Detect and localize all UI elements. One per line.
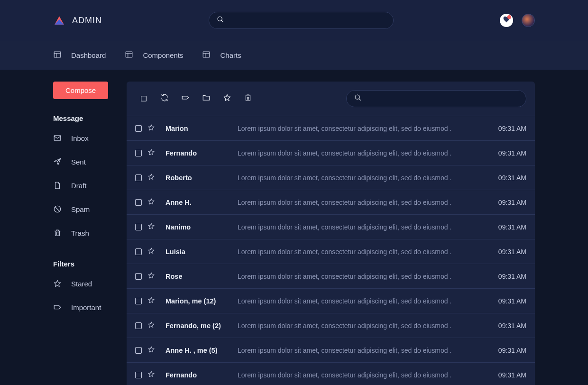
content-area: Compose Message Inbox Sent Draft Spam Tr… (0, 70, 588, 385)
row-preview: Lorem ipsum dolor sit amet, consectetur … (238, 347, 488, 354)
star-icon (147, 370, 155, 380)
panel-icon (53, 50, 62, 60)
brand-name: ADMIN (72, 16, 102, 26)
trash-icon (244, 93, 252, 104)
star-button[interactable] (219, 90, 236, 107)
label-icon (53, 303, 62, 312)
row-star-button[interactable] (147, 346, 155, 355)
star-icon (147, 321, 155, 330)
mail-row[interactable]: MarionLorem ipsum dolor sit amet, consec… (127, 116, 535, 141)
mail-row[interactable]: NanimoLorem ipsum dolor sit amet, consec… (127, 215, 535, 239)
mail-search-input[interactable] (367, 94, 518, 103)
header-search-input[interactable] (229, 16, 386, 25)
sidebar-item-label: Spam (71, 205, 90, 213)
mail-row[interactable]: Marion, me (12)Lorem ipsum dolor sit ame… (127, 289, 535, 313)
nav-item-dashboard[interactable]: Dashboard (53, 50, 106, 60)
folder-button[interactable] (198, 90, 215, 107)
row-time: 09:31 AM (498, 125, 526, 132)
delete-button[interactable] (239, 90, 257, 107)
mail-row[interactable]: Anne H. , me (5)Lorem ipsum dolor sit am… (127, 338, 535, 363)
sidebar-item-spam[interactable]: Spam (53, 197, 127, 221)
row-star-button[interactable] (147, 148, 155, 158)
sidebar-item-inbox[interactable]: Inbox (53, 126, 127, 150)
row-preview: Lorem ipsum dolor sit amet, consectetur … (238, 149, 488, 157)
row-checkbox[interactable] (135, 322, 142, 329)
row-time: 09:31 AM (498, 149, 526, 157)
avatar[interactable] (522, 14, 535, 27)
sidebar-item-label: Important (71, 303, 101, 312)
select-all-checkbox[interactable] (135, 90, 152, 107)
sidebar-item-label: Inbox (71, 134, 89, 142)
row-time: 09:31 AM (498, 223, 526, 231)
mail-row[interactable]: FernandoLorem ipsum dolor sit amet, cons… (127, 363, 535, 385)
notifications-button[interactable] (500, 14, 513, 27)
row-star-button[interactable] (147, 198, 155, 207)
compose-button[interactable]: Compose (53, 82, 108, 99)
row-checkbox[interactable] (135, 273, 142, 280)
row-preview: Lorem ipsum dolor sit amet, consectetur … (238, 322, 488, 330)
row-star-button[interactable] (147, 272, 155, 281)
row-checkbox[interactable] (135, 199, 142, 206)
row-time: 09:31 AM (498, 347, 526, 354)
mail-row[interactable]: RoseLorem ipsum dolor sit amet, consecte… (127, 264, 535, 289)
row-star-button[interactable] (147, 247, 155, 257)
top-header: ADMIN (0, 0, 588, 41)
sidebar-heading-message: Message (53, 114, 127, 122)
row-checkbox[interactable] (135, 174, 142, 181)
sidebar-item-label: Draft (71, 182, 87, 190)
sidebar-message-list: Inbox Sent Draft Spam Trash (53, 126, 127, 245)
sidebar-item-stared[interactable]: Stared (53, 272, 127, 295)
brand-block: ADMIN (53, 14, 102, 27)
sidebar-item-trash[interactable]: Trash (53, 221, 127, 245)
row-star-button[interactable] (147, 222, 155, 232)
row-checkbox[interactable] (135, 125, 142, 132)
row-time: 09:31 AM (498, 199, 526, 206)
trash-icon (53, 229, 62, 237)
row-checkbox[interactable] (135, 224, 142, 230)
row-checkbox[interactable] (135, 372, 142, 378)
mail-row[interactable]: LuisiaLorem ipsum dolor sit amet, consec… (127, 239, 535, 264)
sidebar-item-important[interactable]: Important (53, 295, 127, 319)
star-icon (223, 93, 231, 104)
label-button[interactable] (177, 90, 194, 107)
row-sender: Anne H. (165, 199, 232, 206)
row-star-button[interactable] (147, 173, 155, 183)
row-star-button[interactable] (147, 370, 155, 380)
file-icon (53, 181, 62, 190)
row-preview: Lorem ipsum dolor sit amet, consectetur … (238, 199, 488, 206)
row-checkbox[interactable] (135, 248, 142, 255)
panel-icon (125, 50, 133, 60)
nav-label: Components (143, 51, 183, 59)
header-search[interactable] (209, 12, 394, 29)
row-sender: Fernando, me (2) (165, 322, 232, 330)
refresh-icon (160, 93, 169, 104)
mail-row[interactable]: FernandoLorem ipsum dolor sit amet, cons… (127, 141, 535, 165)
star-icon (147, 198, 155, 207)
row-star-button[interactable] (147, 124, 155, 133)
mail-search[interactable] (346, 90, 526, 107)
sidebar-item-draft[interactable]: Draft (53, 174, 127, 197)
row-checkbox[interactable] (135, 150, 142, 156)
nav-item-charts[interactable]: Charts (202, 50, 241, 60)
row-star-button[interactable] (147, 296, 155, 306)
mail-row[interactable]: Anne H.Lorem ipsum dolor sit amet, conse… (127, 190, 535, 215)
row-sender: Fernando (165, 149, 232, 157)
row-checkbox[interactable] (135, 298, 142, 304)
star-icon (53, 279, 62, 288)
svg-line-14 (55, 207, 60, 211)
refresh-button[interactable] (156, 90, 173, 107)
svg-rect-8 (203, 52, 210, 57)
row-preview: Lorem ipsum dolor sit amet, consectetur … (238, 125, 488, 132)
row-star-button[interactable] (147, 321, 155, 330)
logo-icon (53, 14, 65, 27)
row-sender: Marion, me (12) (165, 297, 232, 305)
notification-dot-icon (507, 15, 511, 19)
label-icon (181, 93, 190, 104)
mail-row[interactable]: RobertoLorem ipsum dolor sit amet, conse… (127, 165, 535, 190)
row-checkbox[interactable] (135, 347, 142, 354)
header-actions (500, 14, 535, 27)
nav-item-components[interactable]: Components (125, 50, 183, 60)
mail-row[interactable]: Fernando, me (2)Lorem ipsum dolor sit am… (127, 313, 535, 338)
row-sender: Nanimo (165, 223, 232, 231)
sidebar-item-sent[interactable]: Sent (53, 150, 127, 174)
